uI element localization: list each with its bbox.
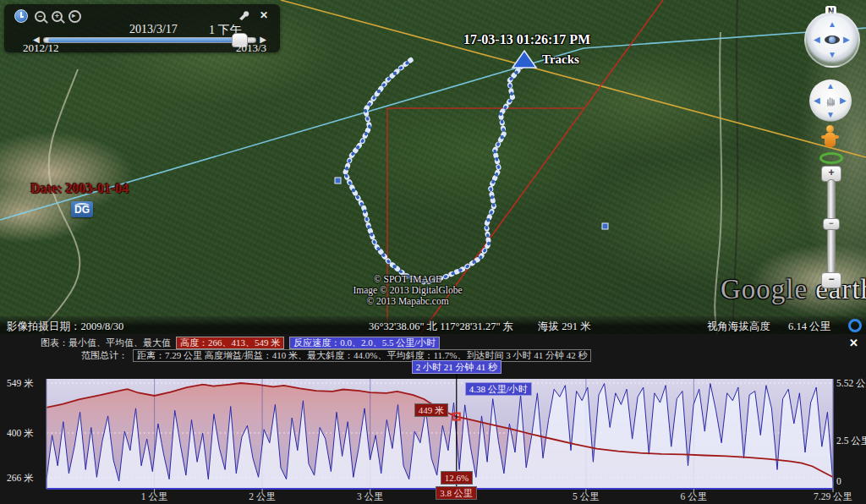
pegman-body	[825, 133, 836, 147]
svg-text:2 公里: 2 公里	[249, 491, 276, 501]
look-down-icon[interactable]: ▼	[828, 51, 836, 59]
look-joystick[interactable]: ▲ ▼ ◀ ▶	[804, 12, 860, 68]
eye-altitude-value: 6.14 公里	[788, 320, 830, 334]
timeline-current-date: 2013/3/17	[129, 23, 178, 36]
placemark-icon[interactable]	[335, 178, 341, 184]
digitalglobe-logo[interactable]: DG	[71, 201, 93, 217]
elevation-profile-panel: 图表：最小值、平均值、最大值 高度：266、413、549 米 反应速度：0.0…	[0, 334, 866, 504]
move-down-icon[interactable]: ▼	[826, 111, 835, 119]
svg-text:7.29 公里: 7.29 公里	[814, 491, 852, 501]
timeline-zoom-in-icon[interactable]: +	[52, 11, 63, 22]
timeline-slider-range	[48, 38, 236, 42]
track-name-label[interactable]: Tracks	[542, 52, 579, 67]
street-view-pegman-icon[interactable]	[817, 125, 844, 164]
cursor-speed-tooltip: 4.38 公里/小时	[465, 382, 532, 396]
svg-text:6 公里: 6 公里	[681, 491, 708, 501]
cursor-distance-tooltip: 3.8 公里	[436, 486, 477, 500]
imagery-date-status: 影像拍摄日期：2009/8/30	[7, 320, 123, 334]
cursor-time-tooltip: 2 小时 21 分钟 41 秒	[412, 360, 502, 374]
time-slider-panel: − + ✕ 2013/3/17 1 下午 ◀ ▶ 2012/12 2013/3	[4, 4, 280, 52]
timeline-zoom-out-icon[interactable]: −	[35, 11, 46, 22]
track-timestamp-label: 17-03-13 01:26:17 PM	[463, 32, 590, 47]
timeline-range-start: 2012/12	[23, 41, 59, 55]
route-line-yellow	[281, 0, 866, 157]
map-credits: © SPOT IMAGE Image © 2013 DigitalGlobe ©…	[298, 274, 518, 307]
track-position-marker-icon[interactable]	[512, 51, 536, 68]
streaming-progress-icon	[848, 319, 862, 332]
look-left-icon[interactable]: ◀	[814, 36, 820, 44]
move-left-icon[interactable]: ◀	[814, 96, 820, 105]
svg-text:3 公里: 3 公里	[357, 491, 384, 501]
svg-text:1 公里: 1 公里	[141, 491, 168, 501]
placemark-icon[interactable]	[602, 223, 608, 229]
svg-text:549 米: 549 米	[7, 378, 34, 388]
pointer-elevation: 海拔 291 米	[538, 320, 591, 334]
svg-text:5 公里: 5 公里	[573, 491, 600, 501]
svg-text:5.52 公里/小时: 5.52 公里/小时	[836, 378, 866, 388]
move-up-icon[interactable]: ▲	[826, 82, 835, 90]
cursor-slope-tooltip: 12.6%	[441, 471, 473, 485]
pointer-coordinates: 36°32'38.06" 北 117°28'31.27" 东	[369, 320, 513, 334]
timeline-clock-icon[interactable]	[14, 9, 28, 23]
timeline-settings-wrench-icon[interactable]	[238, 9, 249, 21]
move-joystick[interactable]: ▲ ▼ ◀ ▶	[809, 79, 852, 122]
zoom-out-button[interactable]: −	[821, 272, 841, 288]
svg-text:266 米: 266 米	[7, 473, 34, 483]
look-up-icon[interactable]: ▲	[828, 20, 836, 29]
look-right-icon[interactable]: ▶	[843, 36, 850, 44]
google-earth-logo: Googleearth	[721, 274, 866, 305]
timeline-play-icon[interactable]	[69, 10, 81, 23]
imagery-date-overlay: Date: 2003-01-04	[30, 181, 129, 196]
credit-line: © SPOT IMAGE	[298, 274, 518, 285]
eye-icon[interactable]	[825, 36, 840, 44]
google-wordmark: Google	[721, 274, 808, 304]
timeline-range-end: 2013/3	[236, 41, 266, 55]
credit-line: Image © 2013 DigitalGlobe	[298, 285, 518, 296]
zoom-slider-handle[interactable]: −	[823, 218, 840, 230]
svg-text:2.5 公里/小时: 2.5 公里/小时	[836, 436, 866, 446]
svg-text:400 米: 400 米	[7, 428, 34, 438]
timeline-slider-track[interactable]	[43, 37, 256, 43]
eye-altitude-label: 视角海拔高度	[707, 320, 770, 334]
pegman-ring	[819, 152, 843, 164]
cursor-elevation-tooltip: 449 米	[414, 403, 448, 417]
timeline-close-icon[interactable]: ✕	[260, 9, 268, 21]
map-viewport[interactable]: 17-03-13 01:26:17 PM Tracks Date: 2003-0…	[0, 0, 866, 334]
status-bar: 影像拍摄日期：2009/8/30 36°32'38.06" 北 117°28'3…	[0, 316, 866, 334]
google-earth-window: 17-03-13 01:26:17 PM Tracks Date: 2003-0…	[0, 0, 866, 504]
pegman-head	[826, 125, 834, 133]
move-right-icon[interactable]: ▶	[840, 96, 847, 105]
pan-hand-icon	[824, 94, 837, 107]
svg-text:0: 0	[836, 476, 841, 486]
credit-line: © 2013 Mapabc.com	[298, 296, 518, 307]
